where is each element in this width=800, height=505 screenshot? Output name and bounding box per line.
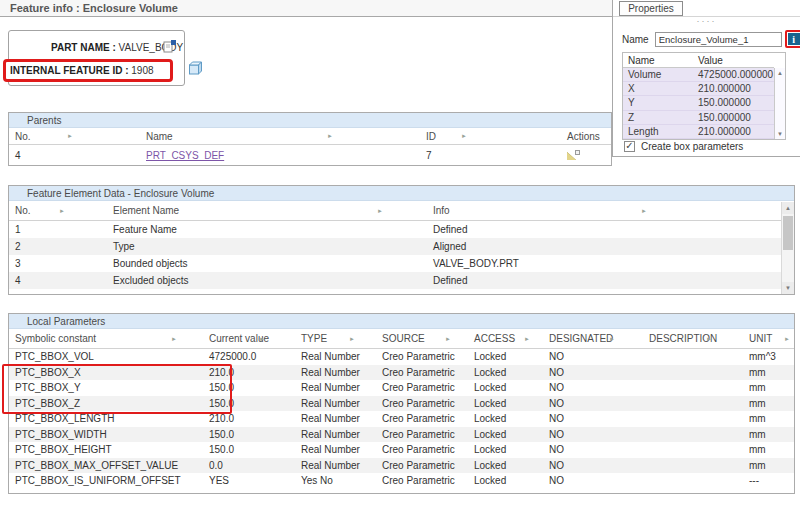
col-name: Name [623, 55, 693, 66]
filter-arrow-icon[interactable] [461, 133, 467, 139]
col-symbolic-constant: Symbolic constant [15, 333, 96, 344]
cell-element-name: Bounded objects [105, 255, 427, 272]
cell-access: Locked [463, 411, 541, 427]
filter-arrow-icon[interactable] [259, 336, 265, 342]
table-row: Length210.000000 [623, 125, 774, 139]
cell-current-value: 150.0 [201, 442, 291, 458]
cell-current-value: 150.0 [201, 427, 291, 443]
scrollbar[interactable] [774, 68, 785, 139]
cell-element-name: Type [105, 238, 427, 255]
cell-designated: NO [541, 349, 626, 365]
filter-arrow-icon[interactable] [171, 336, 177, 342]
filter-arrow-icon[interactable] [67, 133, 73, 139]
cell-element-name: Feature Name [105, 221, 427, 238]
cell-source: Creo Parametric [371, 442, 463, 458]
table-row: 2TypeAligned [9, 238, 781, 255]
cell-description [626, 473, 721, 489]
col-no: No. [15, 131, 31, 142]
cell-designated: NO [541, 427, 626, 443]
model-cube-icon[interactable] [188, 61, 203, 78]
part-name-row: PART NAME : VALVE_BODY [9, 42, 184, 53]
scroll-down-icon[interactable] [775, 129, 785, 139]
col-source: SOURCE [382, 333, 425, 344]
cell-current-value: YES [201, 473, 291, 489]
cell-source: Creo Parametric [371, 380, 463, 396]
panel-drag-handle-icon[interactable] [613, 17, 800, 25]
filter-arrow-icon[interactable] [609, 336, 615, 342]
table-row: PTC_BBOX_Y150.0Real NumberCreo Parametri… [9, 380, 794, 396]
page-title: Feature info : Enclosure Volume [0, 0, 612, 17]
cell-type: Real Number [291, 365, 371, 381]
scrollbar[interactable] [781, 202, 794, 294]
cell-current-value: 4725000.0 [201, 349, 291, 365]
name-label: Name [622, 34, 649, 45]
filter-arrow-icon[interactable] [377, 208, 383, 214]
cell-info: Defined [427, 221, 692, 238]
table-row: PTC_BBOX_X210.0Real NumberCreo Parametri… [9, 365, 794, 381]
cell-type: Real Number [291, 442, 371, 458]
table-row: PTC_BBOX_IS_UNIFORM_OFFSETYESYes NoCreo … [9, 473, 794, 489]
properties-tab-strip: Properties [613, 0, 800, 17]
filter-arrow-icon[interactable] [327, 133, 333, 139]
cell-source: Creo Parametric [371, 349, 463, 365]
fed-table-body: 1Feature NameDefined2TypeAligned3Bounded… [9, 221, 781, 294]
table-row: PTC_BBOX_Z150.0Real NumberCreo Parametri… [9, 396, 794, 412]
scroll-up-icon[interactable] [775, 68, 785, 78]
table-row: X210.000000 [623, 82, 774, 96]
feature-id-label: INTERNAL FEATURE ID : [10, 65, 129, 76]
cell-current-value: 210.0 [201, 411, 291, 427]
filter-arrow-icon[interactable] [641, 208, 647, 214]
cell-unit: --- [721, 473, 794, 489]
create-box-parameters-checkbox[interactable]: Create box parameters [624, 141, 743, 152]
cell-filler [692, 272, 781, 289]
filter-arrow-icon[interactable] [706, 336, 712, 342]
checkbox-check-icon[interactable] [624, 141, 635, 152]
checkbox-label: Create box parameters [641, 141, 743, 152]
cell-symbolic-constant: PTC_BBOX_HEIGHT [9, 442, 201, 458]
cell-access: Locked [463, 380, 541, 396]
lp-column-header: Symbolic constant Current value TYPE SOU… [9, 329, 794, 349]
cell-access: Locked [463, 396, 541, 412]
cell-current-value: 210.0 [201, 365, 291, 381]
lp-section-header: Local Parameters [9, 314, 794, 329]
table-row: PTC_BBOX_HEIGHT150.0Real NumberCreo Para… [9, 442, 794, 458]
filter-arrow-icon[interactable] [445, 336, 451, 342]
cell-no: 1 [9, 221, 105, 238]
cell-access: Locked [463, 427, 541, 443]
local-parameters-table: Local Parameters Symbolic constant Curre… [8, 313, 795, 494]
cell-type: Real Number [291, 396, 371, 412]
col-id: ID [426, 131, 436, 142]
prop-value: 210.000000 [693, 83, 774, 94]
part-document-icon[interactable] [163, 39, 177, 55]
cell-description [626, 380, 721, 396]
cell-unit: mm^3 [721, 349, 794, 365]
cell-unit: mm [721, 427, 794, 443]
cell-info: Aligned [427, 238, 692, 255]
cell-description [626, 427, 721, 443]
cell-source: Creo Parametric [371, 427, 463, 443]
name-input[interactable] [655, 32, 782, 47]
info-icon[interactable] [788, 33, 800, 45]
filter-arrow-icon[interactable] [524, 336, 530, 342]
table-row: PTC_BBOX_MAX_OFFSET_VALUE0.0Real NumberC… [9, 458, 794, 474]
scroll-down-icon[interactable] [782, 282, 794, 294]
scroll-thumb[interactable] [783, 216, 793, 250]
filter-arrow-icon[interactable] [349, 336, 355, 342]
scroll-up-icon[interactable] [782, 202, 794, 214]
cell-unit: mm [721, 458, 794, 474]
cell-symbolic-constant: PTC_BBOX_IS_UNIFORM_OFFSET [9, 473, 201, 489]
cell-id: 7 [419, 145, 547, 165]
filter-arrow-icon[interactable] [784, 336, 790, 342]
cell-symbolic-constant: PTC_BBOX_Y [9, 380, 201, 396]
table-row: PTC_BBOX_WIDTH150.0Real NumberCreo Param… [9, 427, 794, 443]
filter-arrow-icon[interactable] [59, 208, 65, 214]
parent-feature-link[interactable]: PRT_CSYS_DEF [146, 150, 224, 161]
cell-source: Creo Parametric [371, 365, 463, 381]
table-row: 4 PRT_CSYS_DEF 7 [9, 145, 611, 165]
prop-name: Volume [623, 69, 693, 80]
feature-action-icon[interactable] [567, 150, 580, 161]
tab-properties[interactable]: Properties [619, 1, 683, 16]
cell-source: Creo Parametric [371, 411, 463, 427]
cell-current-value: 0.0 [201, 458, 291, 474]
cell-info: Defined [427, 272, 692, 289]
